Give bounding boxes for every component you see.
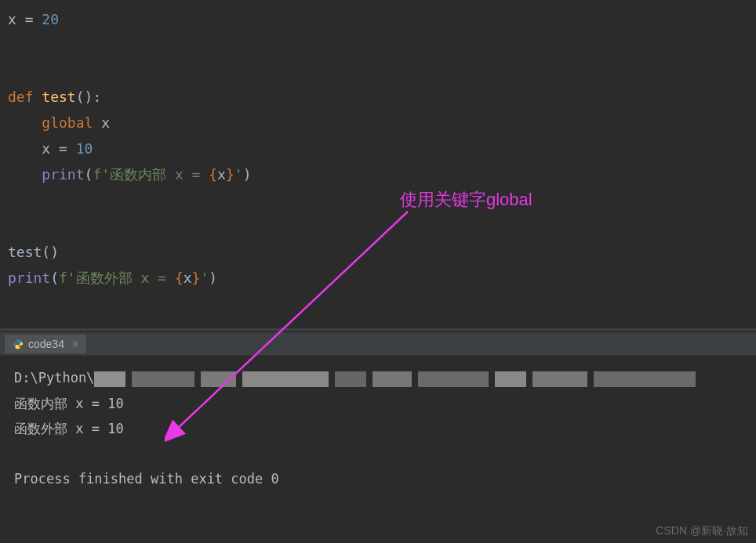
code-line-10: test() <box>8 239 748 265</box>
terminal-line-3: 函数外部 x = 10 <box>14 416 742 441</box>
code-line-5: global x <box>8 110 748 136</box>
tab-label: code34 <box>28 338 64 350</box>
code-line-9 <box>8 213 748 239</box>
close-icon[interactable]: × <box>72 338 78 350</box>
annotation-text: 使用关键字global <box>400 188 532 212</box>
run-tab-code34[interactable]: code34 × <box>5 335 86 353</box>
code-line-11: print(f'函数外部 x = {x}') <box>8 265 748 291</box>
code-line-1: x = 20 <box>8 6 748 32</box>
code-editor[interactable]: x = 20 def test(): global x x = 10 print… <box>0 0 756 328</box>
terminal-output[interactable]: D:\Python\ 函数内部 x = 10 函数外部 x = 10 Proce… <box>0 356 756 501</box>
terminal-line-path: D:\Python\ <box>14 365 742 391</box>
code-line-7: print(f'函数内部 x = {x}') <box>8 161 748 187</box>
python-icon <box>13 338 24 349</box>
code-line-2 <box>8 32 748 58</box>
code-line-8 <box>8 187 748 213</box>
code-line-6: x = 10 <box>8 136 748 161</box>
terminal-line-4 <box>14 441 742 466</box>
code-line-3 <box>8 58 748 84</box>
watermark: CSDN @新晓·故知 <box>656 524 748 538</box>
terminal-line-5: Process finished with exit code 0 <box>14 466 742 491</box>
run-tab-bar: code34 × <box>0 332 756 356</box>
code-line-4: def test(): <box>8 84 748 110</box>
terminal-line-2: 函数内部 x = 10 <box>14 391 742 416</box>
